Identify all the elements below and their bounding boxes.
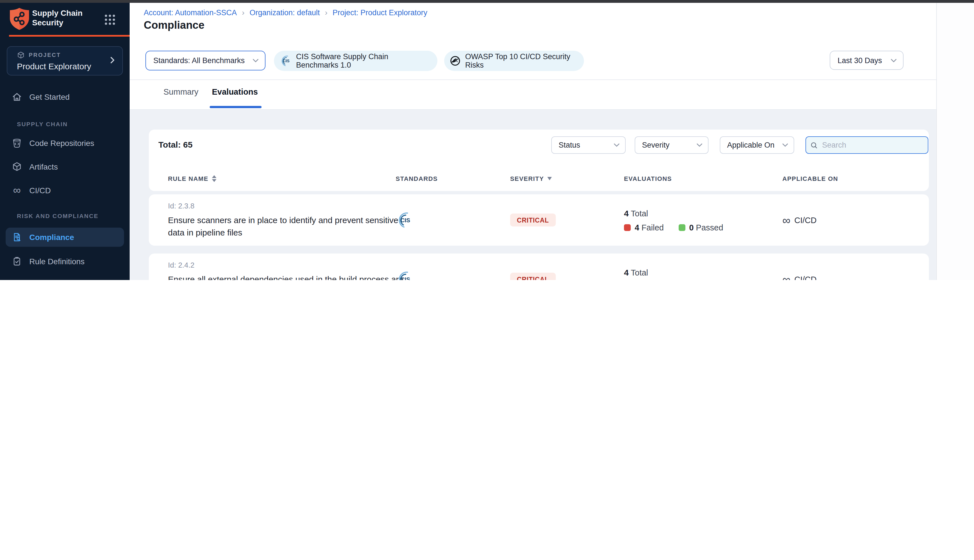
sidebar-item-label: Rule Definitions xyxy=(29,257,85,266)
app-switcher-icon[interactable] xyxy=(105,15,115,25)
project-selector[interactable]: PROJECT Product Exploratory xyxy=(7,46,123,75)
evaluations-section: Total: 65 Status Severity Applicable On xyxy=(130,110,936,280)
sidebar-item-compliance[interactable]: Compliance xyxy=(6,228,124,247)
breadcrumb-account-link[interactable]: Account: Automation-SSCA xyxy=(144,8,237,17)
home-icon xyxy=(12,92,22,102)
right-rail xyxy=(936,0,974,280)
table-header-row: RULE NAME STANDARDS SEVERITY EVALUATIONS… xyxy=(149,172,929,185)
sidebar-item-code-repositories[interactable]: Code Repositories xyxy=(0,135,130,151)
column-evaluations: EVALUATIONS xyxy=(624,175,782,182)
active-tab-underline xyxy=(210,106,262,108)
standards-dropdown-value: Standards: All Benchmarks xyxy=(153,56,245,65)
cis-standard-icon xyxy=(396,270,413,280)
column-applicable-on: APPLICABLE ON xyxy=(782,175,929,182)
applicable-on-value: CI/CD xyxy=(794,275,817,280)
search-icon xyxy=(811,141,817,149)
app-logo-shield-icon xyxy=(9,7,30,30)
benchmark-chip-label: CIS Software Supply Chain Benchmarks 1.0 xyxy=(296,52,429,69)
total-count: Total: 65 xyxy=(158,140,192,149)
main-content: Account: Automation-SSCA › Organization:… xyxy=(130,0,936,280)
table-toolbar-card: Total: 65 Status Severity Applicable On xyxy=(149,130,929,191)
sidebar: Supply ChainSecurity PROJECT Product Exp… xyxy=(0,0,130,280)
passed-count: 0 xyxy=(689,223,694,232)
applicable-on-filter-label: Applicable On xyxy=(727,141,774,149)
page-title: Compliance xyxy=(144,19,204,32)
breadcrumb: Account: Automation-SSCA › Organization:… xyxy=(144,8,427,17)
benchmark-chip-cis[interactable]: CIS Software Supply Chain Benchmarks 1.0 xyxy=(274,51,437,71)
section-label-supply-chain: SUPPLY CHAIN xyxy=(17,120,68,127)
sort-severity-icon[interactable] xyxy=(547,177,552,180)
sidebar-item-artifacts[interactable]: Artifacts xyxy=(0,159,130,175)
severity-filter-label: Severity xyxy=(642,141,670,149)
cicd-infinity-icon: ∞ xyxy=(782,216,791,224)
project-label: PROJECT xyxy=(29,52,61,58)
column-rule-name: RULE NAME xyxy=(168,175,396,182)
sidebar-item-label: Code Repositories xyxy=(29,138,94,148)
severity-badge: CRITICAL xyxy=(510,213,556,227)
breadcrumb-separator: › xyxy=(242,8,244,17)
clipboard-check-icon xyxy=(12,256,22,267)
section-label-risk-compliance: RISK AND COMPLIANCE xyxy=(17,212,98,219)
benchmark-chip-label: OWASP Top 10 CI/CD Security Risks xyxy=(465,52,575,69)
infinity-icon: ∞ xyxy=(12,187,22,194)
project-name: Product Exploratory xyxy=(17,62,91,71)
benchmark-chip-owasp[interactable]: OWASP Top 10 CI/CD Security Risks xyxy=(444,51,584,71)
breadcrumb-organization-link[interactable]: Organization: default xyxy=(250,8,320,17)
rule-id: Id: 2.3.8 xyxy=(168,202,396,210)
breadcrumb-project-link[interactable]: Project: Product Exploratory xyxy=(333,8,427,17)
sidebar-item-remediation-tracker[interactable]: Remediation Tracker xyxy=(0,277,130,280)
cis-standard-icon xyxy=(396,211,413,229)
compliance-page: Supply ChainSecurity PROJECT Product Exp… xyxy=(0,0,974,280)
chevron-down-icon xyxy=(891,58,897,62)
sidebar-item-get-started[interactable]: Get Started xyxy=(0,89,130,105)
owasp-logo-icon xyxy=(450,55,460,67)
cicd-infinity-icon: ∞ xyxy=(782,275,791,280)
applicable-on-value: CI/CD xyxy=(794,215,817,225)
sidebar-item-label: CI/CD xyxy=(29,186,51,195)
sidebar-item-label: Get Started xyxy=(29,92,70,102)
rule-name: Ensure scanners are in place to identify… xyxy=(168,214,405,238)
artifact-cube-icon xyxy=(12,162,22,172)
standards-dropdown[interactable]: Standards: All Benchmarks xyxy=(145,51,265,70)
sort-rule-name-icon[interactable] xyxy=(212,175,216,182)
sidebar-item-rule-definitions[interactable]: Rule Definitions xyxy=(0,253,130,269)
cis-logo-icon xyxy=(280,54,292,68)
chevron-down-icon xyxy=(782,143,788,147)
table-row[interactable]: Id: 2.4.2 Ensure all external dependenci… xyxy=(149,253,929,280)
column-severity: SEVERITY xyxy=(510,175,624,182)
sidebar-item-label: Compliance xyxy=(29,233,74,242)
status-filter-dropdown[interactable]: Status xyxy=(551,136,625,154)
failed-indicator xyxy=(624,224,631,231)
sidebar-item-label: Artifacts xyxy=(29,162,58,171)
rule-id: Id: 2.4.2 xyxy=(168,260,396,269)
evaluations-total-count: 4 xyxy=(624,208,629,218)
table-row[interactable]: Id: 2.3.8 Ensure scanners are in place t… xyxy=(149,194,929,246)
status-filter-label: Status xyxy=(559,141,580,149)
chevron-down-icon xyxy=(252,58,259,63)
column-standards: STANDARDS xyxy=(396,175,510,182)
search-input[interactable] xyxy=(821,140,923,150)
failed-count: 4 xyxy=(635,223,639,232)
chevron-right-icon xyxy=(109,57,115,64)
filter-bar-divider xyxy=(130,80,936,80)
severity-filter-dropdown[interactable]: Severity xyxy=(635,136,709,154)
search-box xyxy=(806,136,928,154)
brand-accent-divider xyxy=(9,35,130,37)
code-repository-icon xyxy=(12,138,22,148)
tab-evaluations[interactable]: Evaluations xyxy=(212,87,258,96)
compliance-document-icon xyxy=(12,232,22,242)
time-range-value: Last 30 Days xyxy=(837,56,882,65)
sidebar-item-cicd[interactable]: ∞ CI/CD xyxy=(0,183,130,198)
chevron-down-icon xyxy=(614,143,619,147)
applicable-on-filter-dropdown[interactable]: Applicable On xyxy=(720,136,794,154)
evaluations-total-count: 4 xyxy=(624,267,629,277)
breadcrumb-separator: › xyxy=(325,8,327,17)
passed-indicator xyxy=(678,224,685,231)
app-title: Supply ChainSecurity xyxy=(32,8,83,28)
window-top-edge xyxy=(0,0,974,3)
rule-name: Ensure all external dependencies used in… xyxy=(168,273,405,280)
time-range-dropdown[interactable]: Last 30 Days xyxy=(830,51,904,70)
chevron-down-icon xyxy=(697,143,702,147)
project-cube-icon xyxy=(17,51,25,59)
tab-summary[interactable]: Summary xyxy=(163,87,198,96)
